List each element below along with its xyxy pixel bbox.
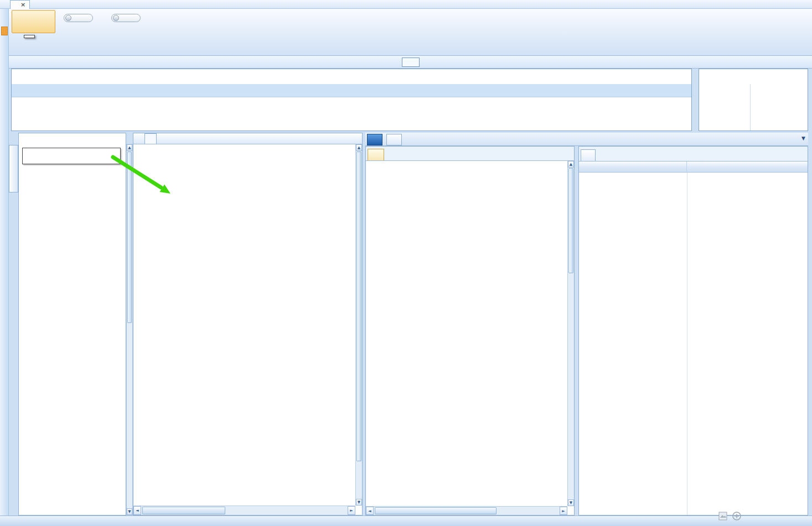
subtab-basic-params[interactable] (368, 149, 384, 160)
tab-basic-info[interactable] (367, 134, 382, 145)
scroll-right-icon[interactable]: ► (560, 507, 567, 515)
tab-product-profile[interactable] (386, 134, 402, 145)
collapsed-panel-tab[interactable] (1, 27, 8, 35)
tab-process-remarks[interactable] (581, 149, 596, 161)
params-grid-header (366, 161, 567, 173)
params-grid-vscrollbar[interactable]: ▲ ▼ (567, 161, 574, 506)
document-tab-bar: × (0, 0, 812, 9)
close-icon[interactable]: × (20, 1, 25, 8)
scroll-down-icon[interactable]: ▼ (127, 508, 132, 515)
scroll-down-icon[interactable]: ▼ (568, 499, 574, 506)
process-flow-title (144, 133, 157, 144)
scrollbar-thumb[interactable] (142, 507, 225, 514)
chevron-down-icon[interactable]: ▼ (801, 136, 805, 141)
section-title-main-info[interactable] (402, 58, 420, 67)
scroll-up-icon[interactable]: ▲ (127, 144, 132, 151)
detail-tab-bar: ▼ (365, 133, 808, 146)
left-dock-strip (0, 9, 9, 515)
scroll-left-icon[interactable]: ◄ (366, 507, 374, 515)
scroll-down-icon[interactable]: ▼ (356, 499, 362, 506)
tab-new-process-instruction[interactable]: × (10, 0, 30, 9)
params-grid-hscrollbar[interactable]: ◄ ► (366, 506, 567, 515)
toggle-knob (65, 15, 71, 21)
remarks-grid-header (579, 162, 808, 173)
query-tooltip (24, 35, 35, 38)
merge-grid-body (699, 84, 808, 131)
params-subtab-bar (366, 147, 574, 161)
start-edit-group (104, 13, 147, 26)
toolbar (9, 9, 812, 56)
process-remark-text[interactable] (579, 173, 687, 176)
scroll-left-icon[interactable]: ◄ (133, 506, 141, 515)
footer-glyph-icon (718, 511, 728, 521)
status-bar (0, 515, 812, 526)
scrollbar-thumb[interactable] (375, 507, 496, 514)
column-header-process-remark[interactable] (579, 162, 687, 173)
model-query-button[interactable] (12, 10, 55, 33)
process-flow-title-bar (133, 133, 362, 144)
process-grid-header (133, 144, 355, 157)
scroll-up-icon[interactable]: ▲ (568, 161, 574, 168)
write-flow-group (56, 13, 100, 26)
brand-logo (714, 511, 742, 521)
start-edit-toggle[interactable] (111, 14, 141, 22)
column-header-model-remark[interactable] (687, 162, 808, 173)
scroll-right-icon[interactable]: ► (348, 506, 355, 515)
params-grid (366, 161, 567, 506)
process-grid (133, 144, 355, 506)
toggle-knob (113, 15, 119, 21)
sidebar-tab-device-structure[interactable] (9, 145, 18, 192)
main-info-section-bar (9, 56, 812, 69)
merge-model-grid (699, 69, 808, 131)
remarks-grid-body (579, 173, 808, 515)
main-grid-empty-area (12, 97, 691, 131)
write-flow-toggle[interactable] (64, 14, 93, 22)
merge-grid-header (699, 69, 808, 84)
basic-params-panel: ▲ ▼ ◄ ► (365, 146, 575, 515)
scroll-up-icon[interactable]: ▲ (356, 144, 362, 151)
remarks-panel (578, 146, 808, 515)
main-grid-selected-row[interactable] (12, 84, 691, 97)
hint-tooltip (22, 148, 121, 164)
scrollbar-thumb[interactable] (568, 168, 573, 273)
process-flow-panel: ▲ ▼ ◄ ► (133, 133, 363, 515)
left-panel-scrollbar[interactable]: ▲ ▼ (126, 144, 133, 515)
main-info-grid (11, 69, 692, 131)
scrollbar-thumb[interactable] (127, 152, 132, 323)
main-grid-header (12, 69, 691, 84)
scrollbar-thumb[interactable] (356, 152, 361, 461)
process-grid-vscrollbar[interactable]: ▲ ▼ (355, 144, 362, 506)
application-window: × (0, 0, 812, 526)
process-grid-hscrollbar[interactable]: ◄ ► (133, 506, 355, 515)
device-structure-panel (18, 133, 126, 515)
remarks-tab-bar (579, 147, 808, 162)
footer-glyph-icon (732, 511, 742, 521)
